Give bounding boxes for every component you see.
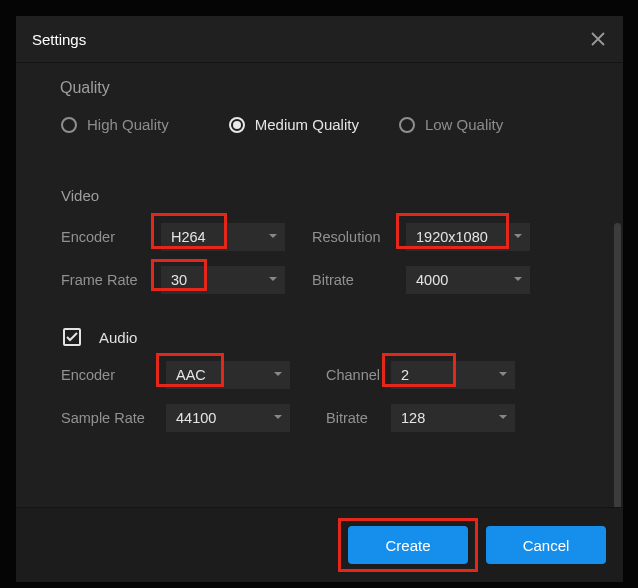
chevron-down-icon xyxy=(499,372,507,378)
video-resolution-value: 1920x1080 xyxy=(416,229,488,245)
dialog-footer: Create Cancel xyxy=(16,507,623,582)
dialog-content: Quality High Quality Medium Quality Low … xyxy=(16,63,623,507)
video-bitrate-label: Bitrate xyxy=(312,272,406,288)
create-button[interactable]: Create xyxy=(348,526,468,564)
cancel-button-label: Cancel xyxy=(523,537,570,554)
audio-enable-checkbox[interactable] xyxy=(63,328,81,346)
close-button[interactable] xyxy=(589,30,607,48)
audio-channel-dropdown[interactable]: 2 xyxy=(391,361,515,389)
radio-high-quality[interactable] xyxy=(61,117,77,133)
audio-heading: Audio xyxy=(99,329,137,346)
quality-radio-group: High Quality Medium Quality Low Quality xyxy=(61,116,581,133)
radio-label-high: High Quality xyxy=(87,116,169,133)
check-icon xyxy=(66,332,78,342)
chevron-down-icon xyxy=(274,372,282,378)
dialog-titlebar: Settings xyxy=(16,16,623,63)
audio-bitrate-value: 128 xyxy=(401,410,425,426)
dialog-title: Settings xyxy=(32,31,86,48)
video-resolution-label: Resolution xyxy=(312,229,406,245)
chevron-down-icon xyxy=(269,234,277,240)
chevron-down-icon xyxy=(514,277,522,283)
radio-label-medium: Medium Quality xyxy=(255,116,359,133)
video-framerate-dropdown[interactable]: 30 xyxy=(161,266,285,294)
audio-encoder-label: Encoder xyxy=(61,367,166,383)
chevron-down-icon xyxy=(514,234,522,240)
video-bitrate-value: 4000 xyxy=(416,272,448,288)
audio-channel-label: Channel xyxy=(326,367,391,383)
close-icon xyxy=(591,32,605,46)
chevron-down-icon xyxy=(499,415,507,421)
video-encoder-value: H264 xyxy=(171,229,206,245)
create-button-label: Create xyxy=(385,537,430,554)
settings-dialog: Settings Quality High Quality Medium Qua… xyxy=(16,16,623,582)
chevron-down-icon xyxy=(274,415,282,421)
audio-encoder-value: AAC xyxy=(176,367,206,383)
audio-samplerate-value: 44100 xyxy=(176,410,216,426)
video-encoder-dropdown[interactable]: H264 xyxy=(161,223,285,251)
video-framerate-value: 30 xyxy=(171,272,187,288)
audio-bitrate-dropdown[interactable]: 128 xyxy=(391,404,515,432)
scrollbar-thumb[interactable] xyxy=(614,223,621,507)
audio-channel-value: 2 xyxy=(401,367,409,383)
radio-label-low: Low Quality xyxy=(425,116,503,133)
video-encoder-label: Encoder xyxy=(61,229,161,245)
chevron-down-icon xyxy=(269,277,277,283)
radio-low-quality[interactable] xyxy=(399,117,415,133)
video-bitrate-dropdown[interactable]: 4000 xyxy=(406,266,530,294)
audio-bitrate-label: Bitrate xyxy=(326,410,391,426)
radio-medium-quality[interactable] xyxy=(229,117,245,133)
video-heading: Video xyxy=(61,187,99,204)
audio-samplerate-dropdown[interactable]: 44100 xyxy=(166,404,290,432)
video-framerate-label: Frame Rate xyxy=(61,272,161,288)
audio-samplerate-label: Sample Rate xyxy=(61,410,166,426)
quality-heading: Quality xyxy=(60,79,110,97)
audio-encoder-dropdown[interactable]: AAC xyxy=(166,361,290,389)
video-resolution-dropdown[interactable]: 1920x1080 xyxy=(406,223,530,251)
cancel-button[interactable]: Cancel xyxy=(486,526,606,564)
